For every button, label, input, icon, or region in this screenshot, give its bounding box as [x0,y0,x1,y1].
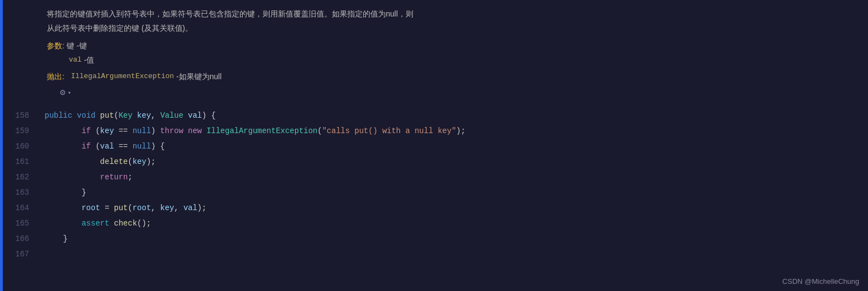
line-number-159: 159 [15,123,29,139]
code-line-160: if (val == null) { [40,139,868,154]
code-line-164: root = put(root, key, val); [40,200,868,216]
line-content-166: } [40,231,68,246]
doc-line2: 从此符号表中删除指定的键 (及其关联值)。 [47,21,413,35]
line-content-158: public void put(Key key, Value val) { [40,108,216,123]
line-number-161: 161 [15,154,29,169]
line-content-160: if (val == null) { [40,139,165,154]
code-content: public void put(Key key, Value val) { if… [36,108,868,262]
line-number-165: 165 [15,216,29,231]
content-area: 将指定的键值对插入到符号表中，如果符号表已包含指定的键，则用新值覆盖旧值。如果指… [3,0,868,291]
line-content-164: root = put(root, key, val); [40,200,206,216]
line-content-163: } [40,185,86,200]
code-line-158: public void put(Key key, Value val) { [40,108,868,123]
param-label: 参数: [47,39,64,53]
doc-comment: 将指定的键值对插入到符号表中，如果符号表已包含指定的键，则用新值覆盖旧值。如果指… [3,0,868,108]
line-number-163: 163 [15,185,29,200]
param2-name: val [69,53,81,67]
throw-desc: -如果键为null [176,69,221,84]
line-number-158: 158 [15,108,29,123]
code-line-167 [40,246,868,262]
code-line-165: assert check(); [40,216,868,231]
editor-container: 将指定的键值对插入到符号表中，如果符号表已包含指定的键，则用新值覆盖旧值。如果指… [0,0,868,291]
param2-desc: -值 [84,53,94,67]
param1-desc: -键 [77,39,87,53]
line-number-166: 166 [15,231,29,246]
line-number-162: 162 [15,169,29,185]
line-number-167: 167 [15,246,29,262]
code-line-159: if (key == null) throw new IllegalArgume… [40,123,868,139]
param1-name: 键 [67,39,74,53]
throw-code: IllegalArgumentException [71,69,174,84]
line-content-165: assert check(); [40,216,151,231]
code-line-162: return; [40,169,868,185]
line-number-164: 164 [15,200,29,216]
throw-label: 抛出: [47,69,64,84]
code-line-163: } [40,185,868,200]
line-content-161: delete(key); [40,154,156,169]
doc-line1: 将指定的键值对插入到符号表中，如果符号表已包含指定的键，则用新值覆盖旧值。如果指… [47,7,413,21]
code-line-166: } [40,231,868,246]
line-numbers: 158159160161162163164165166167 [3,108,36,262]
code-line-161: delete(key); [40,154,868,169]
chevron-down-icon[interactable]: ▾ [68,86,72,100]
collapse-icon[interactable]: ⚙ [60,86,65,100]
line-number-160: 160 [15,139,29,154]
line-content-159: if (key == null) throw new IllegalArgume… [40,123,466,139]
icon-row: ⚙ ▾ [14,84,857,103]
code-block: 158159160161162163164165166167 public vo… [3,108,868,262]
line-content-162: return; [40,169,133,185]
watermark: CSDN @MichelleChung [782,277,859,285]
